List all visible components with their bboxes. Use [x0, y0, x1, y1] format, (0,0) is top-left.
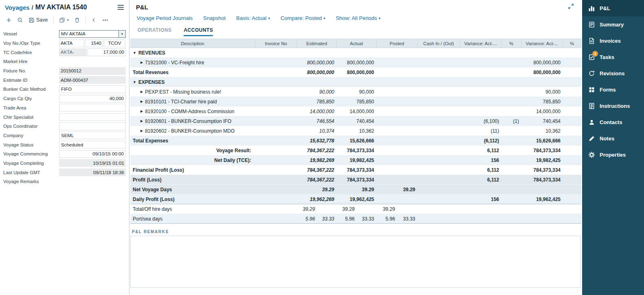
sub-value: 39.29: [297, 206, 315, 212]
sidebar-item-instructions[interactable]: Instructions: [582, 98, 644, 114]
expand-icon[interactable]: ▶: [140, 129, 143, 133]
result-row[interactable]: Voyage Result:784,367,222784,373,3346,11…: [130, 146, 581, 155]
sidebar-item-p-l[interactable]: P&L: [582, 0, 644, 16]
total-row[interactable]: Total Revenues800,000,000800,000,000800,…: [130, 68, 581, 77]
breadcrumb-voyages-link[interactable]: Voyages: [5, 4, 30, 11]
column-header-invoice-no[interactable]: Invoice No: [255, 39, 297, 48]
field-label: Voyage Commencing: [3, 151, 59, 156]
chevron-down-icon[interactable]: ▾: [118, 31, 125, 37]
bunker-calc-method-field[interactable]: FIFO: [59, 85, 126, 93]
compare-dropdown[interactable]: Compare: Posted▾: [280, 15, 325, 21]
account-row[interactable]: ▶81910101 - TCI-Charter hire paid785,850…: [130, 97, 581, 107]
more-options-icon[interactable]: [102, 17, 108, 23]
input-field[interactable]: AKTA: [59, 39, 84, 47]
total-row[interactable]: Financial Profit (Loss)784,367,222784,37…: [130, 165, 581, 175]
cargo-cp-qty-field[interactable]: 40,000: [59, 95, 126, 103]
table-body: ▼REVENUES▶71921000 - VC-Freight hire800,…: [130, 48, 581, 224]
trade-area-field[interactable]: [59, 104, 126, 111]
cell-description: Voyage Result:: [130, 148, 255, 153]
input-field[interactable]: 1540: [85, 39, 103, 47]
chtr-specialist-field[interactable]: [59, 113, 126, 121]
account-row[interactable]: ▶PEXP:EST - Missing business rule!90,000…: [130, 87, 581, 97]
sidebar-item-notes[interactable]: Notes: [582, 130, 644, 146]
basis-dropdown-label: Basis: Actual: [236, 15, 266, 21]
ops-coordinator-field[interactable]: [59, 122, 126, 130]
row-label: 81920601 - BUNKER-Consumption IFO: [145, 118, 231, 124]
vessel-combobox[interactable]: MV AKTAIA▾: [59, 30, 126, 38]
collapse-icon[interactable]: ▼: [133, 80, 136, 84]
expand-icon[interactable]: ▶: [140, 119, 143, 123]
tab-operations[interactable]: OPERATIONS: [138, 27, 171, 36]
field-label: Cargo Cp Qty: [3, 96, 59, 101]
column-header-col[interactable]: %: [502, 39, 521, 48]
section-row[interactable]: ▼EXPENSES: [130, 77, 581, 87]
sidebar-item-invoices[interactable]: Invoices: [582, 33, 644, 49]
total-row[interactable]: Total Expenses15,632,77815,626,666(6,112…: [130, 136, 581, 146]
account-row[interactable]: ▶81920100 - COMM-Address Commission14,00…: [130, 107, 581, 116]
chevron-down-icon: ▾: [379, 16, 381, 20]
column-header-col[interactable]: %: [563, 39, 581, 48]
sidebar-item-contacts[interactable]: Contacts: [582, 114, 644, 130]
total-row[interactable]: Daily Profit (Loss)19,962,26919,962,4251…: [130, 194, 581, 204]
fixture-no-field: 20150012: [59, 67, 126, 75]
cell-estimated: 39.29: [297, 187, 337, 192]
days-row[interactable]: Port/sea days5.9633.335.9633.335.9633.33: [130, 214, 581, 224]
sidebar-item-label: Contacts: [600, 119, 622, 125]
column-header-description[interactable]: Description: [130, 39, 255, 48]
cell-estimated: 784,367,222: [297, 177, 337, 183]
account-row[interactable]: ▶71921000 - VC-Freight hire800,000,00080…: [130, 58, 581, 68]
back-button[interactable]: [91, 17, 97, 23]
voyage-form: VesselMV AKTAIA▾Voy No./Opr TypeAKTA1540…: [0, 26, 129, 186]
menu-icon[interactable]: [116, 2, 125, 12]
show-periods-dropdown[interactable]: Show: All Periods▾: [336, 15, 381, 21]
collapse-panel-icon[interactable]: [568, 3, 574, 11]
expand-icon[interactable]: ▶: [140, 109, 143, 113]
snapshot-link[interactable]: Snapshot: [203, 15, 226, 21]
input-field[interactable]: AKTA-I0001: [59, 48, 87, 56]
copy-button[interactable]: ▾: [59, 17, 69, 23]
voyage-commencing-field[interactable]: 09/10/15 00:00: [59, 150, 126, 158]
sidebar-item-revisions[interactable]: Revisions: [582, 65, 644, 81]
column-header-posted[interactable]: Posted: [377, 39, 418, 48]
cell-variance-1: (6,112): [460, 138, 502, 144]
tab-accounts[interactable]: ACCOUNTS: [184, 27, 213, 36]
input-field[interactable]: TCOV: [104, 39, 125, 47]
cell-description: ▶81920100 - COMM-Address Commission: [130, 109, 255, 114]
column-header-variance-act[interactable]: Variance: Act-...: [521, 39, 563, 48]
cell-description: ▼REVENUES: [130, 50, 255, 56]
column-header-estimated[interactable]: Estimated: [297, 39, 337, 48]
company-field[interactable]: SEML: [59, 131, 126, 139]
total-row[interactable]: Profit (Loss)784,367,222784,373,3346,112…: [130, 175, 581, 185]
account-row[interactable]: ▶81920601 - BUNKER-Consumption IFO746,55…: [130, 116, 581, 126]
breadcrumb: Voyages / MV AKTAIA 1540: [0, 0, 129, 13]
add-button[interactable]: [6, 17, 12, 23]
result-row[interactable]: Net Daily (TCE):19,982,26919,982,4251561…: [130, 155, 581, 165]
voyage-status-field[interactable]: Scheduled: [59, 141, 126, 149]
section-row[interactable]: ▼REVENUES: [130, 48, 581, 58]
delete-button[interactable]: [74, 17, 80, 23]
cell-variance-2: 10,362: [521, 128, 563, 134]
sidebar-item-tasks[interactable]: 1Tasks: [582, 49, 644, 65]
sidebar-item-summary[interactable]: Summary: [582, 16, 644, 33]
search-icon[interactable]: [17, 17, 23, 23]
cell-estimated: 10,374: [297, 128, 337, 134]
total-row[interactable]: Net Voyage Days39.2939.2939.29: [130, 185, 581, 194]
field-label: Trade Area: [3, 105, 59, 110]
row-label: Port/sea days: [133, 216, 162, 222]
account-row[interactable]: ▶81920602 - BUNKER-Consumption MDO10,374…: [130, 126, 581, 136]
voyage-period-journals-link[interactable]: Voyage Period Journals: [137, 15, 193, 21]
expand-icon[interactable]: ▶: [140, 90, 143, 94]
days-row[interactable]: Total/Off hire days39.2939.2939.29: [130, 204, 581, 214]
column-header-variance-act[interactable]: Variance: Act-...: [460, 39, 502, 48]
expand-icon[interactable]: ▶: [140, 100, 143, 103]
expand-icon[interactable]: ▶: [140, 61, 143, 64]
input-field[interactable]: 17,000.00: [88, 48, 126, 56]
sidebar-item-forms[interactable]: Forms: [582, 81, 644, 98]
collapse-icon[interactable]: ▼: [133, 51, 136, 55]
pl-remarks-input[interactable]: [130, 236, 580, 288]
sidebar-item-properties[interactable]: Properties: [582, 146, 644, 163]
basis-dropdown[interactable]: Basis: Actual▾: [236, 15, 270, 21]
column-header-actual[interactable]: Actual: [337, 39, 377, 48]
column-header-cash-in-out[interactable]: Cash In / (Out): [418, 39, 460, 48]
save-button[interactable]: Save: [28, 17, 48, 23]
